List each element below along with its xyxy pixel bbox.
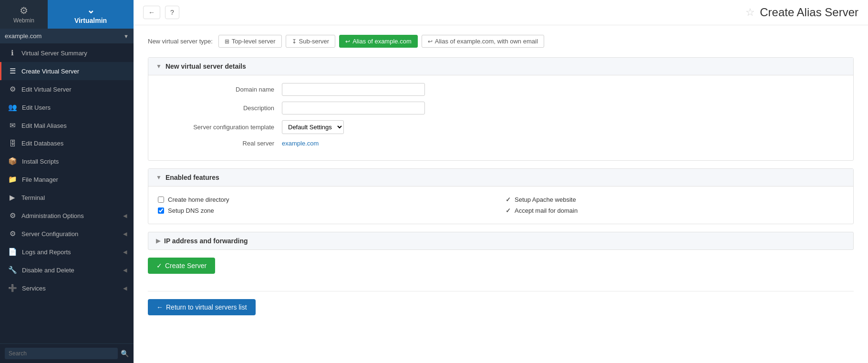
description-input[interactable]: [282, 102, 425, 114]
sidebar-item-services[interactable]: ➕ Services ◀: [0, 279, 134, 297]
type-top-level[interactable]: ⊞ Top-level server: [218, 35, 282, 48]
domain-name-label: Domain name: [158, 86, 282, 93]
domain-selector[interactable]: example.com ▼: [0, 29, 134, 44]
sidebar-item-terminal[interactable]: ▶ Terminal: [0, 188, 134, 207]
back-button[interactable]: ←: [143, 6, 160, 19]
nav-icon-server-configuration: ⚙: [8, 229, 17, 238]
return-label: Return to virtual servers list: [166, 303, 247, 311]
sidebar-item-logs-and-reports[interactable]: 📄 Logs and Reports ◀: [0, 243, 134, 261]
sidebar-item-administration-options[interactable]: ⚙ Administration Options ◀: [0, 207, 134, 225]
nav-label-create-virtual-server: Create Virtual Server: [21, 68, 79, 75]
feature-dns-checkbox[interactable]: [158, 207, 164, 214]
alias-email-label: Alias of example.com, with own email: [435, 38, 538, 45]
features-section-body: Create home directory ✓ Setup Apache web…: [148, 187, 853, 224]
details-section-body: Domain name Description Server configura…: [148, 75, 853, 160]
feature-apache: ✓ Setup Apache website: [506, 196, 844, 203]
details-section-title: New virtual server details: [165, 62, 246, 70]
virtualmin-icon: ⌄: [87, 4, 95, 16]
nav-icon-disable-and-delete: 🔧: [8, 266, 17, 274]
top-bar: ← ? ☆ Create Alias Server: [134, 0, 868, 25]
sidebar-item-server-configuration[interactable]: ⚙ Server Configuration ◀: [0, 225, 134, 243]
feature-home-dir: Create home directory: [158, 196, 496, 203]
nav-icon-install-scripts: 📦: [8, 157, 17, 166]
top-level-label: Top-level server: [232, 38, 276, 45]
search-icon[interactable]: 🔍: [121, 350, 129, 357]
feature-mail-label: Accept mail for domain: [515, 207, 578, 214]
feature-home-dir-checkbox[interactable]: [158, 197, 164, 203]
template-select[interactable]: Default Settings: [282, 120, 344, 134]
domain-caret-icon: ▼: [124, 33, 129, 39]
create-server-button[interactable]: ✓ Create Server: [148, 258, 215, 274]
virtualmin-label: Virtualmin: [74, 17, 107, 24]
page-title-container: ☆ Create Alias Server: [745, 6, 858, 19]
type-alias-email[interactable]: ↩ Alias of example.com, with own email: [422, 35, 544, 48]
features-grid: Create home directory ✓ Setup Apache web…: [158, 194, 844, 216]
virtualmin-nav[interactable]: ⌄ Virtualmin: [48, 0, 134, 29]
nav-label-services: Services: [22, 285, 46, 292]
help-button[interactable]: ?: [165, 6, 179, 19]
main-content: ← ? ☆ Create Alias Server New virtual se…: [134, 0, 868, 363]
webmin-nav[interactable]: ⚙ Webmin: [0, 0, 48, 29]
nav-label-install-scripts: Install Scripts: [22, 158, 59, 165]
star-icon[interactable]: ☆: [745, 6, 755, 19]
create-server-check-icon: ✓: [156, 262, 162, 270]
sidebar-item-edit-virtual-server[interactable]: ⚙ Edit Virtual Server: [0, 80, 134, 98]
top-level-icon: ⊞: [225, 38, 229, 45]
sidebar-item-disable-and-delete[interactable]: 🔧 Disable and Delete ◀: [0, 261, 134, 279]
details-section-header[interactable]: ▼ New virtual server details: [148, 58, 853, 75]
feature-mail-check-icon: ✓: [506, 207, 511, 214]
sub-server-icon: ↧: [292, 38, 297, 45]
search-input[interactable]: [5, 348, 118, 359]
ip-section-title: IP address and forwarding: [164, 237, 248, 245]
create-server-label: Create Server: [165, 262, 207, 270]
alias-label: Alias of example.com: [352, 38, 412, 45]
ip-section[interactable]: ▶ IP address and forwarding: [148, 232, 854, 250]
sidebar-item-create-virtual-server[interactable]: ☰ Create Virtual Server: [0, 62, 134, 80]
features-section: ▼ Enabled features Create home directory…: [148, 168, 854, 224]
type-sub-server[interactable]: ↧ Sub-server: [286, 35, 336, 48]
nav-arrow-logs-and-reports: ◀: [123, 249, 127, 255]
details-section: ▼ New virtual server details Domain name…: [148, 57, 854, 161]
nav-label-server-configuration: Server Configuration: [21, 230, 78, 238]
sidebar-item-edit-databases[interactable]: 🗄 Edit Databases: [0, 135, 134, 152]
type-selector: New virtual server type: ⊞ Top-level ser…: [148, 35, 854, 48]
sidebar-item-edit-mail-aliases[interactable]: ✉ Edit Mail Aliases: [0, 116, 134, 135]
webmin-icon: ⚙: [20, 5, 28, 16]
nav-label-disable-and-delete: Disable and Delete: [22, 267, 74, 274]
type-alias-example[interactable]: ↩ Alias of example.com: [339, 35, 418, 48]
nav-arrow-disable-and-delete: ◀: [123, 267, 127, 273]
real-server-label: Real server: [158, 140, 282, 147]
nav-arrow-administration-options: ◀: [123, 213, 127, 219]
nav-label-edit-virtual-server: Edit Virtual Server: [21, 86, 72, 93]
sidebar-item-install-scripts[interactable]: 📦 Install Scripts: [0, 152, 134, 170]
details-toggle-icon: ▼: [156, 63, 162, 70]
sidebar-item-virtual-server-summary[interactable]: ℹ Virtual Server Summary: [0, 44, 134, 62]
real-server-link[interactable]: example.com: [282, 140, 319, 147]
return-button[interactable]: ← Return to virtual servers list: [148, 299, 256, 315]
nav-icon-create-virtual-server: ☰: [8, 67, 17, 75]
nav-icon-edit-virtual-server: ⚙: [8, 85, 17, 93]
nav-icon-services: ➕: [8, 284, 17, 292]
nav-icon-terminal: ▶: [8, 193, 17, 202]
domain-name-input[interactable]: [282, 83, 425, 96]
sidebar-item-edit-users[interactable]: 👥 Edit Users: [0, 98, 134, 116]
sub-server-label: Sub-server: [299, 38, 330, 45]
nav-arrow-services: ◀: [123, 285, 127, 291]
feature-mail: ✓ Accept mail for domain: [506, 207, 844, 214]
domain-select[interactable]: example.com: [5, 32, 124, 40]
nav-icon-edit-databases: 🗄: [8, 139, 17, 147]
features-toggle-icon: ▼: [156, 174, 162, 181]
type-selector-label: New virtual server type:: [148, 38, 213, 45]
page-title: Create Alias Server: [760, 6, 858, 19]
content-area: New virtual server type: ⊞ Top-level ser…: [134, 25, 868, 325]
sidebar-item-file-manager[interactable]: 📁 File Manager: [0, 170, 134, 188]
section-divider: [148, 291, 854, 291]
nav-icon-administration-options: ⚙: [8, 211, 17, 220]
nav-arrow-server-configuration: ◀: [123, 231, 127, 237]
ip-toggle-icon: ▶: [156, 238, 160, 244]
feature-apache-check-icon: ✓: [506, 196, 511, 203]
feature-dns: Setup DNS zone: [158, 207, 496, 214]
description-label: Description: [158, 104, 282, 112]
features-section-header[interactable]: ▼ Enabled features: [148, 169, 853, 187]
nav-label-logs-and-reports: Logs and Reports: [22, 249, 71, 256]
